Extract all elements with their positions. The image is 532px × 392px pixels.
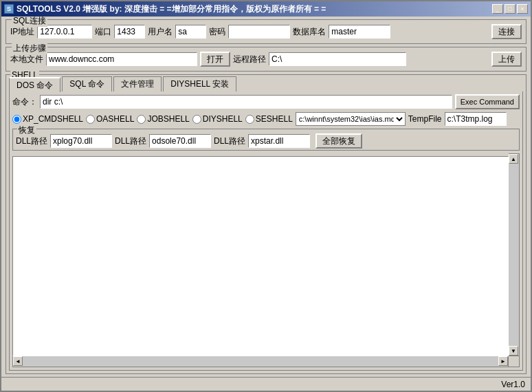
upload-group: 上传步骤 本地文件 打开 远程路径 上传 <box>5 47 527 72</box>
pwd-input[interactable] <box>228 25 290 39</box>
scroll-left-button[interactable]: ◄ <box>13 356 23 366</box>
command-row: 命令： Exec Command <box>12 94 520 109</box>
user-label: 用户名 <box>148 26 173 38</box>
tempfile-label: TempFile <box>408 114 442 124</box>
output-area[interactable] <box>12 156 509 356</box>
restore-all-button[interactable]: 全部恢复 <box>315 133 362 149</box>
port-label: 端口 <box>95 26 111 38</box>
status-bar: Ver1.0 <box>1 377 531 391</box>
tab-sql[interactable]: SQL 命令 <box>62 76 112 91</box>
remote-path-input[interactable] <box>269 52 406 66</box>
user-input[interactable] <box>175 25 206 39</box>
radio-jobshell[interactable]: JOBSHELL <box>137 114 189 124</box>
dll-label-2: DLL路径 <box>115 135 146 147</box>
scroll-right-button[interactable]: ► <box>498 356 508 366</box>
scroll-track-h <box>23 356 498 367</box>
dll-input-1[interactable] <box>50 134 112 148</box>
maximize-button[interactable]: □ <box>505 4 516 14</box>
tempfile-input[interactable] <box>445 112 507 126</box>
tab-file[interactable]: 文件管理 <box>113 76 162 91</box>
tab-diyshell[interactable]: DIYSHELL 安装 <box>163 76 236 91</box>
radio-oashell[interactable]: OASHELL <box>86 114 134 124</box>
ip-input[interactable] <box>37 25 92 39</box>
version-text: Ver1.0 <box>501 380 525 389</box>
scroll-track-v <box>509 164 519 346</box>
cmd-input[interactable] <box>40 95 452 109</box>
close-button[interactable]: × <box>517 4 528 14</box>
remote-path-label: 远程路径 <box>233 54 266 65</box>
dll-input-2[interactable] <box>149 134 211 148</box>
scroll-corner <box>509 356 520 367</box>
connect-button[interactable]: 连接 <box>491 24 522 39</box>
pwd-label: 密码 <box>209 26 225 38</box>
horizontal-scrollbar-row: ◄ ► <box>12 356 520 367</box>
tab-dos[interactable]: DOS 命令 <box>9 77 60 92</box>
sql-group-label: SQL连接 <box>12 17 47 27</box>
vertical-scrollbar[interactable]: ▲ ▼ <box>509 153 520 356</box>
shell-group: SHELL DOS 命令 SQL 命令 文件管理 DIYSHELL 安装 <box>5 74 527 374</box>
dll-label-1: DLL路径 <box>16 135 47 147</box>
cmd-label: 命令： <box>12 96 37 108</box>
sql-connection-group: SQL连接 IP地址 端口 用户名 密码 数据库名 连接 <box>5 19 527 44</box>
exec-command-button[interactable]: Exec Command <box>455 94 520 109</box>
shell-tabs: DOS 命令 SQL 命令 文件管理 DIYSHELL 安装 <box>9 76 523 91</box>
open-button[interactable]: 打开 <box>200 52 230 67</box>
dll-input-3[interactable] <box>248 134 310 148</box>
port-input[interactable] <box>114 25 145 39</box>
horizontal-scrollbar[interactable]: ◄ ► <box>12 356 509 367</box>
app-icon: S <box>4 4 14 14</box>
minimize-button[interactable]: _ <box>492 4 503 14</box>
radio-xp-cmdshell[interactable]: XP_CMDSHELL <box>12 114 83 124</box>
sql-row: IP地址 端口 用户名 密码 数据库名 连接 <box>10 24 522 39</box>
db-input[interactable] <box>329 25 390 39</box>
output-container: ▲ ▼ ◄ ► <box>12 153 520 367</box>
restore-label: 恢复 <box>17 124 36 136</box>
radio-row: XP_CMDSHELL OASHELL JOBSHELL DIYSHELL <box>12 112 520 126</box>
radio-seshell[interactable]: SESHELL <box>245 114 293 124</box>
dll-label-3: DLL路径 <box>214 135 245 147</box>
upload-row: 本地文件 打开 远程路径 上传 <box>10 52 522 67</box>
restore-group: 恢复 DLL路径 DLL路径 DLL路径 全部恢复 <box>12 129 520 151</box>
output-main: ▲ ▼ <box>12 153 520 356</box>
local-file-input[interactable] <box>46 52 197 66</box>
window-controls: _ □ × <box>492 4 528 14</box>
title-text: S SQLTOOLS V2.0 增强版 by: 深度撞击 = =增加部分常用指令… <box>4 3 326 15</box>
db-label: 数据库名 <box>293 26 326 38</box>
title-bar: S SQLTOOLS V2.0 增强版 by: 深度撞击 = =增加部分常用指令… <box>1 1 531 17</box>
dll-path-select[interactable]: c:\winnt\system32\ias\ias.mdb <box>296 112 406 126</box>
window-content: SQL连接 IP地址 端口 用户名 密码 数据库名 连接 上传步骤 本地文件 <box>1 17 531 377</box>
tab-content: 命令： Exec Command XP_CMDSHELL OASHELL <box>9 91 523 371</box>
scroll-down-button[interactable]: ▼ <box>509 346 518 356</box>
ip-label: IP地址 <box>10 26 34 38</box>
local-file-label: 本地文件 <box>10 54 43 65</box>
main-window: S SQLTOOLS V2.0 增强版 by: 深度撞击 = =增加部分常用指令… <box>0 0 532 392</box>
dll-row: DLL路径 DLL路径 DLL路径 全部恢复 <box>16 133 516 149</box>
scroll-up-button[interactable]: ▲ <box>509 154 518 164</box>
radio-diyshell[interactable]: DIYSHELL <box>192 114 243 124</box>
upload-button[interactable]: 上传 <box>491 52 522 67</box>
upload-group-label: 上传步骤 <box>12 43 47 54</box>
